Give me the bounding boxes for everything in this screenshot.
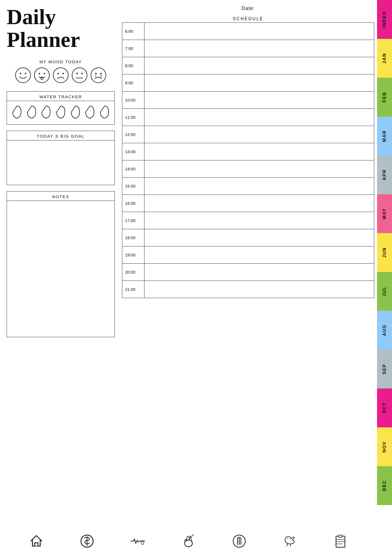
event-cell[interactable] [144,143,374,160]
svg-point-7 [53,68,68,83]
water-tracker-box: WATER TRACKER [7,91,115,125]
mood-crying[interactable] [90,67,107,84]
schedule-row[interactable]: 9:00 [122,74,374,92]
svg-point-1 [20,73,21,74]
event-cell[interactable] [144,57,374,74]
page-title: Daily Planner [7,6,115,51]
time-cell: 14:00 [122,160,144,178]
event-cell[interactable] [144,264,374,281]
svg-point-12 [82,73,83,74]
water-drop-7[interactable] [98,105,111,120]
event-cell[interactable] [144,195,374,212]
notes-title: NOTES [7,191,114,201]
side-tab-sep[interactable]: SEP [377,350,392,389]
schedule-row[interactable]: 21:00 [122,281,374,298]
schedule-row[interactable]: 19:00 [122,246,374,264]
water-drops [7,101,114,124]
schedule-row[interactable]: 7:00 [122,40,374,57]
side-tab-oct[interactable]: OCT [377,389,392,427]
side-tab-index[interactable]: INDEX [377,0,392,39]
notes-body[interactable] [7,201,114,337]
time-cell: 16:00 [122,195,144,212]
side-tab-aug[interactable]: AUG [377,311,392,350]
schedule-row[interactable]: 11:00 [122,109,374,126]
side-tabs: INDEXJANFEBMARAPRMAYJUNJULAUGSEPOCTNOVDE… [377,0,392,505]
svg-point-5 [44,73,45,74]
tab-label: SEP [382,364,387,374]
time-cell: 6:00 [122,23,144,40]
schedule-row[interactable]: 20:00 [122,264,374,281]
clipboard-icon[interactable] [332,532,349,550]
side-tab-may[interactable]: MAY [377,194,392,233]
svg-point-4 [39,73,40,74]
schedule-row[interactable]: 15:00 [122,178,374,195]
water-drop-4[interactable] [54,105,67,120]
side-tab-apr[interactable]: APR [377,155,392,194]
side-tab-nov[interactable]: NOV [377,427,392,466]
side-tab-jun[interactable]: JUN [377,233,392,272]
heartbeat-icon[interactable] [129,532,147,550]
tab-label: MAY [382,208,387,219]
event-cell[interactable] [144,74,374,92]
side-tab-mar[interactable]: MAR [377,117,392,155]
event-cell[interactable] [144,212,374,229]
svg-point-2 [25,73,26,74]
event-cell[interactable] [144,126,374,143]
side-tab-jul[interactable]: JUL [377,272,392,311]
schedule-row[interactable]: 12:00 [122,126,374,143]
event-cell[interactable] [144,92,374,109]
event-cell[interactable] [144,109,374,126]
time-cell: 17:00 [122,212,144,229]
utensils-icon[interactable] [230,532,248,550]
home-icon[interactable] [27,532,45,550]
event-cell[interactable] [144,281,374,298]
side-tab-jan[interactable]: JAN [377,39,392,78]
water-drop-5[interactable] [69,105,82,120]
mood-sad[interactable] [52,67,69,84]
water-drop-3[interactable] [40,105,52,120]
time-cell: 18:00 [122,229,144,246]
time-cell: 20:00 [122,264,144,281]
side-tab-feb[interactable]: FEB [377,78,392,117]
big-goal-body[interactable] [7,140,114,185]
schedule-row[interactable]: 8:00 [122,57,374,74]
time-cell: 10:00 [122,92,144,109]
svg-point-10 [72,68,87,83]
svg-point-16 [100,73,102,74]
tab-label: INDEX [382,11,387,28]
event-cell[interactable] [144,246,374,264]
mood-happy[interactable] [15,67,31,84]
schedule-row[interactable]: 6:00 [122,23,374,40]
svg-rect-26 [339,535,342,537]
schedule-row[interactable]: 13:00 [122,143,374,160]
mood-tongue[interactable] [34,67,50,84]
water-drop-6[interactable] [83,105,96,120]
time-cell: 7:00 [122,40,144,57]
tab-label: JUN [382,247,387,258]
event-cell[interactable] [144,40,374,57]
water-drop-2[interactable] [25,105,38,120]
water-drop-1[interactable] [11,105,23,120]
dollar-icon[interactable] [78,532,96,550]
schedule-row[interactable]: 10:00 [122,92,374,109]
svg-point-14 [91,68,106,83]
left-column: Daily Planner MY MOOD TODAY [7,6,115,337]
tab-label: JAN [382,53,387,64]
schedule-row[interactable]: 14:00 [122,160,374,178]
schedule-row[interactable]: 18:00 [122,229,374,246]
time-cell: 13:00 [122,143,144,160]
mood-label: MY MOOD TODAY [7,59,115,64]
event-cell[interactable] [144,229,374,246]
bird-icon[interactable] [281,532,299,550]
mood-neutral[interactable] [71,67,88,84]
tab-label: MAR [382,130,387,142]
event-cell[interactable] [144,160,374,178]
sparkle-hand-icon[interactable] [180,532,197,550]
side-tab-dec[interactable]: DEC [377,466,392,505]
event-cell[interactable] [144,23,374,40]
right-column: Date: SCHEDULE 6:007:008:009:0010:0011:0… [122,6,374,298]
schedule-row[interactable]: 16:00 [122,195,374,212]
svg-point-11 [77,73,78,74]
event-cell[interactable] [144,178,374,195]
schedule-row[interactable]: 17:00 [122,212,374,229]
